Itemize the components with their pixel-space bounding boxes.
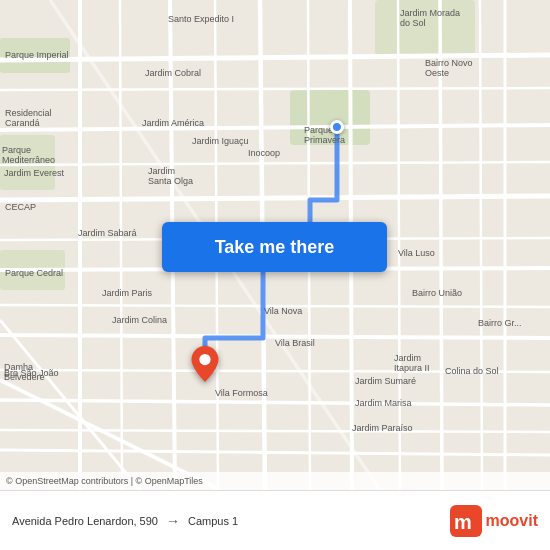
moovit-text: moovit <box>486 512 538 530</box>
svg-line-28 <box>480 0 482 490</box>
label-bairro-uniao: Bairro União <box>412 288 462 298</box>
moovit-icon: m <box>450 505 482 537</box>
route-info: Avenida Pedro Lenardon, 590 → Campus 1 <box>12 513 450 529</box>
label-jardim-iguacu: Jardim Iguaçu <box>192 136 249 146</box>
svg-line-27 <box>398 0 400 490</box>
label-bairro-gr: Bairro Gr... <box>478 318 522 328</box>
svg-line-30 <box>0 320 140 490</box>
route-row: Avenida Pedro Lenardon, 590 → Campus 1 <box>12 513 450 529</box>
label-jardim-santa-olga: JardimSanta Olga <box>148 166 193 186</box>
label-jardim-paraiso: Jardim Paraíso <box>352 423 413 433</box>
route-arrow: → <box>166 513 180 529</box>
label-parque-cedral: Parque Cedral <box>5 268 63 278</box>
destination-marker <box>191 346 219 386</box>
label-jardim-marisa: Jardim Marisa <box>355 398 412 408</box>
route-to: Campus 1 <box>188 515 238 527</box>
svg-text:m: m <box>454 511 472 533</box>
svg-line-11 <box>0 450 550 455</box>
origin-marker <box>330 120 344 134</box>
route-from: Avenida Pedro Lenardon, 590 <box>12 515 158 527</box>
label-jardim-cobral: Jardim Cobral <box>145 68 201 78</box>
label-vila-nova: Vila Nova <box>264 306 302 316</box>
label-vila-brasil: Vila Brasil <box>275 338 315 348</box>
label-jardim-sumare: Jardim Sumaré <box>355 376 416 386</box>
label-parque-imperial: Parque Imperial <box>5 50 69 60</box>
label-vila-luso: Vila Luso <box>398 248 435 258</box>
label-parque-mediterraneo: ParqueMediterrâneo <box>2 145 55 165</box>
bottom-bar: Avenida Pedro Lenardon, 590 → Campus 1 m… <box>0 490 550 550</box>
svg-line-18 <box>0 88 550 90</box>
label-inocoop: Inocoop <box>248 148 280 158</box>
label-jardim-colina: Jardim Colina <box>112 315 167 325</box>
attribution-text: © OpenStreetMap contributors | © OpenMap… <box>6 476 203 486</box>
label-cecap: CECAP <box>5 202 36 212</box>
svg-line-24 <box>120 0 122 490</box>
svg-line-10 <box>0 400 550 405</box>
svg-line-7 <box>0 196 550 200</box>
label-santo-expedito: Santo Expedito I <box>168 14 234 24</box>
label-jardim-itapura: JardimItapura II <box>394 353 430 373</box>
take-me-there-button[interactable]: Take me there <box>162 222 387 272</box>
label-bairro-novo-oeste: Bairro NovoOeste <box>425 58 473 78</box>
label-jardim-everest: Jardim Everest <box>4 168 64 178</box>
label-jardim-paris: Jardim Paris <box>102 288 152 298</box>
map-attribution: © OpenStreetMap contributors | © OpenMap… <box>0 472 550 490</box>
label-colina-do-sol: Colina do Sol <box>445 366 499 376</box>
label-jardim-sabara: Jardim Sabará <box>78 228 137 238</box>
label-jardim-america: Jardim América <box>142 118 204 128</box>
svg-line-23 <box>0 430 550 432</box>
label-vila-formosa: Vila Formosa <box>215 388 268 398</box>
label-residencial-caranda: ResidencialCarandá <box>5 108 52 128</box>
svg-line-19 <box>0 162 550 165</box>
map-container: Santo Expedito I Jardim Moradado Sol Par… <box>0 0 550 490</box>
label-bro-sao-joao: Bro São João <box>4 368 59 378</box>
svg-point-32 <box>199 354 210 365</box>
label-jardim-morada: Jardim Moradado Sol <box>400 8 460 28</box>
moovit-logo: m moovit <box>450 505 538 537</box>
svg-line-6 <box>0 125 550 130</box>
